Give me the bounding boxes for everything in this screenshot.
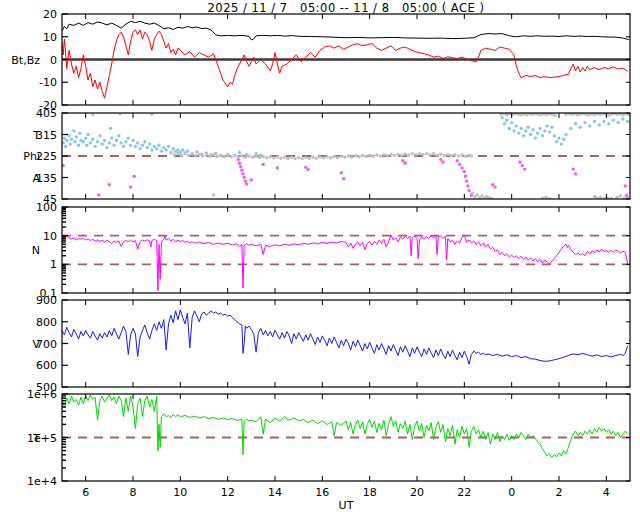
time-series-chart: -20-1001020Bt,Bz45135225315405TPhiA0.111…: [0, 0, 640, 512]
ace-solar-wind-plot: 2025 / 11 / 7 05:00 -- 11 / 8 05:00 ( AC…: [0, 0, 640, 512]
y-tick-label: 1: [50, 258, 57, 271]
axis-label-bt,bz: Bt,Bz: [11, 54, 40, 67]
x-tick-label: 18: [363, 486, 377, 499]
t-series-dots: [62, 116, 630, 157]
x-tick-label: 0: [508, 486, 515, 499]
x-tick-label: 2: [556, 486, 563, 499]
t-series-line: [62, 395, 628, 457]
x-tick-label: 20: [410, 486, 424, 499]
panel-bt-bz: -20-1001020Bt,Bz: [11, 8, 630, 112]
y-tick-label: 20: [43, 8, 57, 21]
x-tick-label: 10: [173, 486, 187, 499]
axis-label-n: N: [32, 244, 40, 257]
x-tick-label: 16: [315, 486, 329, 499]
n-series-line: [62, 235, 628, 291]
y-tick-label: 1e+4: [27, 475, 57, 488]
axis-label-v: V: [32, 338, 40, 351]
x-tick-label: 4: [603, 486, 610, 499]
y-tick-label: 900: [36, 294, 57, 307]
axis-label-phi: Phi: [23, 150, 40, 163]
x-tick-label: 22: [457, 486, 471, 499]
axis-label-a: A: [32, 172, 40, 185]
y-tick-label: 1e+5: [27, 432, 57, 445]
bt-series-line: [62, 21, 629, 40]
y-tick-label: 405: [36, 107, 57, 120]
panel-frame: [62, 207, 630, 293]
x-tick-label: 14: [268, 486, 282, 499]
y-tick-label: 1e+6: [27, 388, 57, 401]
x-axis-title: UT: [339, 499, 354, 512]
panel-density: 0.1110100N: [32, 201, 630, 300]
a-series-dots: [62, 158, 629, 197]
panel-frame: [62, 300, 630, 387]
y-tick-label: 10: [43, 230, 57, 243]
y-tick-label: 10: [43, 31, 57, 44]
x-axis-labels: 6810121416182022024UT: [82, 486, 610, 512]
panel-temperature: 1e+41e+51e+6T: [27, 388, 630, 488]
y-tick-label: 800: [36, 316, 57, 329]
panel-speed: 500600700800900V: [32, 294, 630, 394]
y-tick-label: 0: [50, 54, 57, 67]
x-tick-label: 6: [82, 486, 89, 499]
axis-label-t: T: [32, 129, 40, 142]
x-tick-label: 12: [221, 486, 235, 499]
axis-label-t: T: [32, 432, 40, 445]
y-tick-label: 100: [36, 201, 57, 214]
x-tick-label: 8: [130, 486, 137, 499]
v-series-line: [62, 310, 628, 364]
bz-series-line: [62, 30, 628, 98]
panel-t-phi-a: 45135225315405TPhiA: [23, 107, 630, 206]
y-tick-label: -10: [39, 76, 57, 89]
y-tick-label: 600: [36, 359, 57, 372]
